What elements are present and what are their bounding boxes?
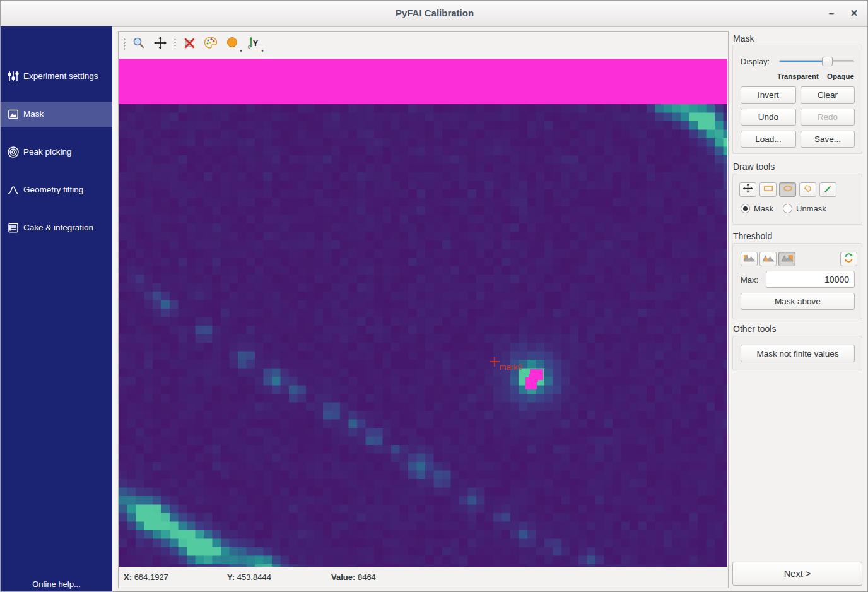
opaque-label: Opaque (827, 73, 854, 80)
save-button[interactable]: Save... (801, 131, 855, 148)
sidebar-item-label: Mask (23, 102, 44, 127)
sidebar-item-mask[interactable]: Mask (1, 102, 112, 127)
position-statusbar: X: 664.1927 Y: 453.8444 Value: 8464 (119, 567, 728, 588)
toolbar-grip (122, 37, 126, 51)
mask-below-threshold-button[interactable] (741, 252, 758, 266)
pan-arrows-icon (742, 183, 753, 196)
image-view (119, 57, 728, 567)
mask-radio-label: Mask (754, 204, 773, 213)
sidebar-item-label: Geometry fitting (23, 177, 83, 203)
cursor-y-readout: Y: 453.8444 (227, 567, 271, 588)
unmask-radio[interactable] (783, 204, 792, 213)
pan-tool-button[interactable] (739, 182, 756, 197)
redo-button: Redo (801, 109, 855, 126)
sidebar-item-geometry-fitting[interactable]: Geometry fitting (1, 177, 112, 203)
slider-fill (780, 61, 827, 62)
y-axis-orientation-button[interactable]: Y 0 ▾ (245, 35, 262, 53)
title-bar: PyFAI Calibration – ✕ (1, 1, 868, 27)
max-threshold-input[interactable] (766, 271, 855, 288)
threshold-group: Max: Mask above (732, 243, 862, 319)
sliders-icon (7, 70, 20, 83)
window-title: PyFAI Calibration (1, 1, 868, 26)
sidebar-item-label: Cake & integration (23, 215, 93, 240)
svg-text:0: 0 (248, 45, 250, 49)
mask-display-group: Display: Transparent Opaque Invert Clear… (732, 45, 862, 154)
max-label: Max: (741, 275, 758, 285)
mask-radio[interactable] (741, 204, 750, 213)
sidebar-item-experiment-settings[interactable]: Experiment settings (1, 64, 112, 89)
draw-tools-group: Mask Unmask (732, 174, 862, 225)
colormap-button[interactable] (202, 35, 220, 53)
pan-arrows-icon (153, 36, 167, 52)
sidebar-item-label: Peak picking (23, 139, 72, 165)
svg-text:Y: Y (253, 39, 258, 48)
pyfai-calibration-window: PyFAI Calibration – ✕ Experiment setting… (0, 0, 868, 592)
online-help-link[interactable]: Online help... (1, 579, 112, 589)
pencil-tool-button[interactable] (819, 182, 836, 197)
threshold-title: Threshold (733, 231, 772, 241)
chevron-down-icon: ▾ (240, 48, 242, 54)
mask-section-title: Mask (733, 33, 754, 44)
concentric-rings-icon (7, 146, 20, 158)
invert-button[interactable]: Invert (741, 86, 796, 104)
mask-color-button[interactable]: ▾ (223, 35, 241, 53)
histogram-above-icon (781, 253, 794, 265)
cursor-value-readout: Value: 8464 (331, 567, 376, 588)
rectangle-tool-button[interactable] (760, 182, 777, 197)
pencil-icon (823, 184, 833, 196)
mask-not-finite-button[interactable]: Mask not finite values (741, 345, 855, 362)
other-tools-title: Other tools (733, 324, 776, 334)
plot-panel: ▾ Y 0 ▾ X: 664.1927 Y: 453.8444 Value: 8… (118, 31, 729, 588)
mask-above-button[interactable]: Mask above (741, 293, 855, 310)
orange-circle-icon (225, 36, 239, 52)
task-sidebar: Experiment settings Mask Peak picking Ge… (1, 26, 112, 592)
histogram-below-icon (743, 253, 756, 265)
magnifier-icon (132, 36, 146, 52)
detector-image-canvas[interactable] (119, 57, 727, 567)
reset-zoom-button[interactable] (180, 35, 198, 53)
mask-between-threshold-button[interactable] (760, 252, 777, 266)
peak-curve-icon (7, 184, 20, 196)
toolbar-grip (173, 37, 177, 51)
rectangle-icon (763, 184, 774, 196)
cursor-x-readout: X: 664.1927 (124, 567, 168, 588)
y-axis-icon: Y 0 (246, 35, 261, 53)
other-tools-group: Mask not finite values (732, 336, 862, 370)
pan-mode-button[interactable] (151, 35, 169, 53)
mask-image-icon (7, 108, 20, 121)
refresh-icon (843, 252, 854, 266)
sidebar-item-cake-integration[interactable]: Cake & integration (1, 215, 112, 240)
minimize-button[interactable]: – (823, 6, 840, 21)
unmask-radio-label: Unmask (796, 204, 826, 213)
plot-toolbar: ▾ Y 0 ▾ (119, 32, 728, 57)
refresh-threshold-button[interactable] (840, 252, 857, 266)
clear-button[interactable]: Clear (801, 86, 855, 104)
layers-icon (7, 222, 20, 234)
transparent-label: Transparent (777, 73, 819, 80)
slider-handle[interactable] (822, 57, 833, 66)
next-button[interactable]: Next > (732, 562, 862, 586)
undo-button[interactable]: Undo (741, 109, 796, 126)
sidebar-item-label: Experiment settings (23, 64, 98, 89)
sidebar-item-peak-picking[interactable]: Peak picking (1, 139, 112, 165)
ellipse-tool-button[interactable] (779, 182, 796, 197)
ellipse-icon (782, 184, 794, 196)
load-button[interactable]: Load... (741, 131, 796, 148)
histogram-between-icon (762, 253, 775, 265)
display-label: Display: (741, 57, 770, 66)
palette-icon (203, 35, 218, 53)
zoom-mode-button[interactable] (130, 35, 148, 53)
reset-zoom-icon (182, 36, 196, 52)
draw-tools-title: Draw tools (733, 162, 775, 172)
mask-opacity-slider[interactable] (779, 60, 854, 62)
close-button[interactable]: ✕ (846, 6, 862, 21)
chevron-down-icon: ▾ (261, 48, 264, 54)
mask-above-threshold-button[interactable] (778, 252, 795, 266)
polygon-icon (802, 184, 813, 196)
polygon-tool-button[interactable] (799, 182, 816, 197)
